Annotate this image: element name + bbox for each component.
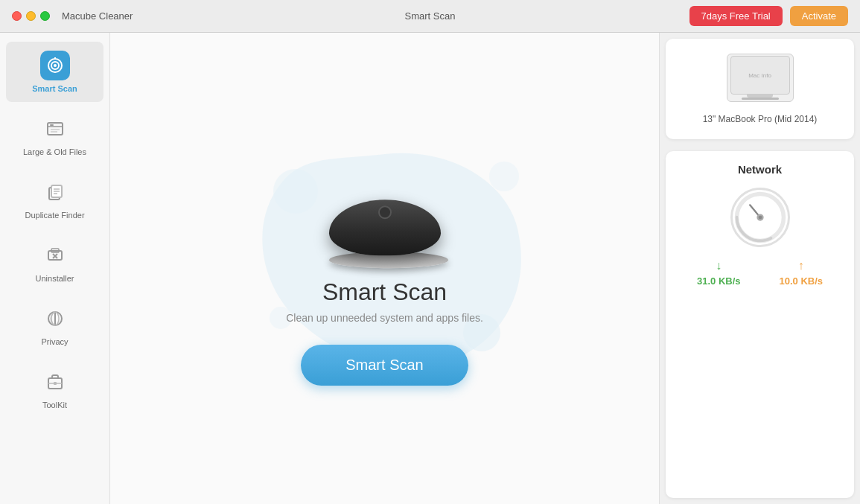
- svg-rect-6: [50, 124, 54, 126]
- sidebar-item-smart-scan[interactable]: Smart Scan: [6, 42, 103, 102]
- sidebar-label-duplicate-finder: Duplicate Finder: [25, 211, 84, 220]
- network-section: Network ↓ 31.0 KB/s: [666, 151, 854, 498]
- main-layout: Smart Scan Large & Old Files: [0, 33, 860, 504]
- svg-point-32: [758, 216, 762, 220]
- svg-point-24: [273, 169, 318, 214]
- titlebar: Macube Cleaner Smart Scan 7days Free Tri…: [0, 0, 860, 33]
- sidebar-label-privacy: Privacy: [41, 337, 68, 346]
- uninstaller-icon: [40, 240, 70, 270]
- smart-scan-button[interactable]: Smart Scan: [301, 345, 468, 386]
- gauge-svg: [733, 188, 788, 247]
- sidebar-label-smart-scan: Smart Scan: [32, 84, 77, 93]
- robot-center-button: [378, 205, 392, 219]
- upload-stat: ↑ 10.0 KB/s: [779, 259, 823, 287]
- titlebar-right: 7days Free Trial Activate: [689, 6, 848, 26]
- download-stat: ↓ 31.0 KB/s: [697, 259, 741, 287]
- sidebar-label-uninstaller: Uninstaller: [36, 274, 74, 283]
- mac-device-label: 13" MacBook Pro (Mid 2014): [703, 114, 818, 124]
- minimize-button[interactable]: [26, 11, 36, 21]
- sidebar-item-toolkit[interactable]: ToolKit: [6, 358, 103, 418]
- robot-body-group: [329, 200, 441, 263]
- sidebar-label-large-old-files: Large & Old Files: [23, 147, 86, 156]
- large-old-files-icon: [40, 114, 70, 144]
- sidebar-item-uninstaller[interactable]: Uninstaller: [6, 232, 103, 292]
- network-title: Network: [678, 163, 842, 176]
- sidebar-item-privacy[interactable]: Privacy: [6, 295, 103, 355]
- traffic-lights: [12, 11, 50, 21]
- download-arrow-icon: ↓: [716, 259, 722, 272]
- mac-screen: Mac Info: [730, 56, 790, 95]
- smart-scan-icon: [40, 51, 70, 80]
- main-subtitle: Clean up unneeded system and apps files.: [286, 312, 483, 324]
- trial-button[interactable]: 7days Free Trial: [689, 6, 783, 26]
- svg-rect-4: [48, 123, 63, 135]
- network-gauge: [678, 188, 842, 247]
- network-stats: ↓ 31.0 KB/s ↑ 10.0 KB/s: [678, 259, 842, 287]
- robot-top-body: [329, 200, 441, 255]
- right-panel: Mac Info 13" MacBook Pro (Mid 2014) Netw…: [659, 33, 860, 504]
- mac-icon: Mac Info: [727, 54, 794, 102]
- svg-point-25: [489, 162, 519, 191]
- toolkit-icon: [40, 367, 70, 397]
- upload-speed: 10.0 KB/s: [779, 275, 823, 287]
- main-title: Smart Scan: [322, 278, 447, 306]
- content-area: Smart Scan Clean up unneeded system and …: [110, 33, 659, 504]
- sidebar-label-toolkit: ToolKit: [42, 401, 67, 409]
- privacy-icon: [40, 304, 70, 334]
- app-title: Macube Cleaner: [62, 10, 133, 22]
- close-button[interactable]: [12, 11, 22, 21]
- duplicate-finder-icon: [40, 177, 70, 207]
- sidebar-item-large-old-files[interactable]: Large & Old Files: [6, 105, 103, 165]
- svg-rect-23: [54, 382, 57, 385]
- sidebar: Smart Scan Large & Old Files: [0, 33, 110, 504]
- activate-button[interactable]: Activate: [790, 6, 848, 26]
- titlebar-left: Macube Cleaner: [12, 10, 133, 22]
- maximize-button[interactable]: [40, 11, 50, 21]
- upload-arrow-icon: ↑: [798, 259, 804, 272]
- gauge-circle: [730, 188, 790, 247]
- window-title: Smart Scan: [405, 10, 456, 22]
- mac-info-section: Mac Info 13" MacBook Pro (Mid 2014): [666, 39, 854, 139]
- sidebar-item-duplicate-finder[interactable]: Duplicate Finder: [6, 168, 103, 229]
- svg-point-2: [54, 64, 57, 67]
- download-speed: 31.0 KB/s: [697, 275, 741, 287]
